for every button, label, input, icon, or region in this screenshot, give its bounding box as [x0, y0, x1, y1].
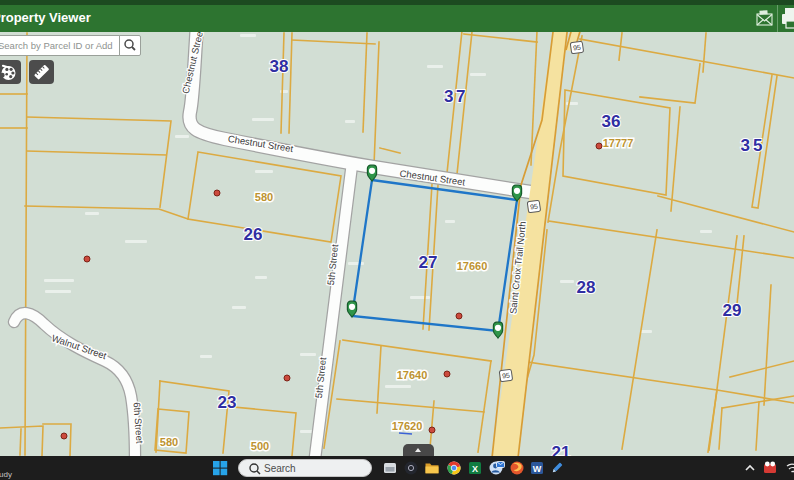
svg-text:500: 500 [251, 440, 269, 452]
svg-text:580: 580 [160, 436, 178, 448]
svg-text:35: 35 [741, 136, 766, 155]
svg-text:37: 37 [444, 87, 468, 106]
svg-text:95: 95 [573, 43, 582, 51]
svg-text:95: 95 [502, 371, 511, 379]
svg-text:27: 27 [419, 253, 438, 272]
svg-text:17777: 17777 [603, 137, 634, 149]
svg-text:29: 29 [723, 301, 742, 320]
svg-text:17640: 17640 [397, 369, 428, 381]
svg-text:28: 28 [577, 278, 596, 297]
svg-text:23: 23 [218, 393, 237, 412]
svg-text:17660: 17660 [457, 260, 488, 272]
svg-text:X: X [472, 464, 478, 474]
svg-text:95: 95 [530, 202, 539, 210]
svg-text:W: W [533, 464, 542, 474]
svg-text:580: 580 [255, 191, 273, 203]
svg-text:17620: 17620 [392, 420, 423, 432]
svg-text:36: 36 [602, 112, 621, 131]
svg-text:38: 38 [270, 57, 289, 76]
svg-text:26: 26 [244, 225, 263, 244]
